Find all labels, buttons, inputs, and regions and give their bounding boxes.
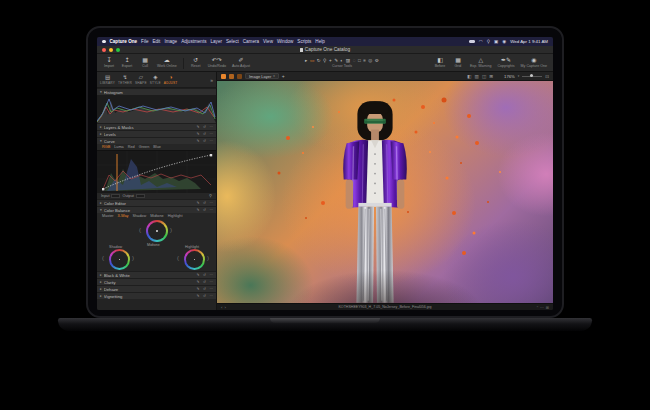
brush-icon[interactable]: ✎: [196, 294, 199, 298]
annotation-tool-icon[interactable]: ⚙: [375, 58, 379, 63]
layer-thumbnail-3[interactable]: [237, 74, 242, 79]
siri-icon[interactable]: ◉: [502, 37, 506, 46]
import-button[interactable]: ↧ Import: [103, 57, 115, 68]
wheel-arc-left[interactable]: (: [102, 255, 104, 261]
loupe-tool-icon[interactable]: ⚲: [323, 58, 326, 63]
menu-item-select[interactable]: Select: [226, 39, 239, 44]
layer-thumbnail-1[interactable]: [221, 74, 226, 79]
reset-section-icon[interactable]: ↺: [203, 287, 206, 291]
histogram-section-header[interactable]: ▾ Histogram: [97, 88, 216, 95]
spotlight-search-icon[interactable]: ⚲: [487, 37, 490, 46]
black-white-section-header[interactable]: ▸ Black & White ✎ ↺ ⋯: [97, 271, 216, 278]
zoom-slider-knob[interactable]: [530, 74, 533, 77]
menu-item-adjustments[interactable]: Adjustments: [181, 39, 206, 44]
tab-style[interactable]: ◈ STYLE: [150, 74, 161, 85]
multi-view-icon[interactable]: ▥: [475, 72, 479, 81]
wheel-arc-right[interactable]: ): [132, 255, 134, 261]
battery-icon[interactable]: [469, 40, 475, 43]
cull-button[interactable]: ▦ Cull: [139, 57, 151, 68]
reset-section-icon[interactable]: ↺: [203, 280, 206, 284]
brush-icon[interactable]: ✎: [196, 139, 199, 143]
layers-masks-section-header[interactable]: ▸ Layers & Masks ✎ ↺ ⋯: [97, 123, 216, 130]
balance-tab-master[interactable]: Master: [102, 214, 114, 218]
reset-section-icon[interactable]: ↺: [203, 294, 206, 298]
clone-tool-icon[interactable]: ▨: [346, 58, 350, 63]
brush-icon[interactable]: ✎: [196, 280, 199, 284]
auto-adjust-button[interactable]: ✐ Auto Adjust: [232, 57, 250, 68]
curve-tab-red[interactable]: Red: [128, 145, 135, 149]
curve-input-field[interactable]: [111, 194, 120, 198]
reset-section-icon[interactable]: ↺: [203, 208, 206, 212]
reset-section-icon[interactable]: ↺: [203, 273, 206, 277]
menu-item-view[interactable]: View: [263, 39, 273, 44]
tabs-overflow-chevron-icon[interactable]: »: [210, 77, 213, 83]
radial-gradient-tool-icon[interactable]: ◎: [368, 58, 372, 63]
wheel-arc-left[interactable]: (: [177, 255, 179, 261]
curve-picker-icon[interactable]: ⚲: [209, 193, 212, 198]
menu-item-camera[interactable]: Camera: [243, 39, 259, 44]
apple-logo-icon[interactable]: [102, 40, 106, 44]
brush-icon[interactable]: ✎: [196, 125, 199, 129]
shadow-color-wheel[interactable]: [109, 249, 130, 270]
section-menu-icon[interactable]: ⋯: [209, 125, 213, 129]
curve-output-field[interactable]: [136, 194, 145, 198]
tab-library[interactable]: ▤ LIBRARY: [100, 74, 115, 85]
menu-item-file[interactable]: File: [141, 39, 148, 44]
brush-icon[interactable]: ✎: [196, 273, 199, 277]
before-after-button[interactable]: ◧ Before: [434, 57, 446, 68]
section-menu-icon[interactable]: ⋯: [209, 139, 213, 143]
brush-icon[interactable]: ✎: [196, 287, 199, 291]
color-editor-section-header[interactable]: ▸ Color Editor ✎ ↺ ⋯: [97, 199, 216, 206]
rotate-tool-icon[interactable]: ↻: [317, 58, 321, 63]
section-menu-icon[interactable]: ⋯: [209, 273, 213, 277]
menu-app-name[interactable]: Capture One: [110, 39, 138, 44]
menu-item-layer[interactable]: Layer: [210, 39, 222, 44]
section-menu-icon[interactable]: ⋯: [209, 287, 213, 291]
curve-tab-blue[interactable]: Blue: [153, 145, 161, 149]
draw-mask-tool-icon[interactable]: ◌: [353, 58, 356, 63]
section-menu-icon[interactable]: ⋯: [209, 132, 213, 136]
section-menu-icon[interactable]: ⋯: [209, 208, 213, 212]
balance-tab-highlight[interactable]: Highlight: [168, 214, 183, 218]
erase-mask-tool-icon[interactable]: □: [358, 58, 361, 63]
curve-graph[interactable]: [97, 150, 216, 192]
section-menu-icon[interactable]: ⋯: [209, 294, 213, 298]
reset-section-icon[interactable]: ↺: [203, 139, 206, 143]
wheel-arc-right[interactable]: ): [207, 255, 209, 261]
work-online-button[interactable]: ☁ Work Online: [157, 57, 177, 68]
section-menu-icon[interactable]: ⋯: [209, 201, 213, 205]
balance-tab-shadow[interactable]: Shadow: [132, 214, 146, 218]
tab-adjust[interactable]: ◑ ADJUST: [164, 74, 178, 85]
zoom-slider[interactable]: [522, 76, 542, 77]
levels-section-header[interactable]: ▸ Levels ✎ ↺ ⋯: [97, 130, 216, 137]
wheel-arc-right[interactable]: ): [170, 227, 172, 233]
reset-section-icon[interactable]: ↺: [203, 125, 206, 129]
midtone-color-wheel[interactable]: [146, 220, 168, 242]
reset-section-icon[interactable]: ↺: [203, 132, 206, 136]
curve-tab-luma[interactable]: Luma: [114, 145, 124, 149]
menu-item-scripts[interactable]: Scripts: [297, 39, 311, 44]
clarity-section-header[interactable]: ▸ Clarity ✎ ↺ ⋯: [97, 278, 216, 285]
select-tool-icon[interactable]: ▸: [305, 58, 307, 63]
grid-button[interactable]: ▦ Grid: [452, 57, 464, 68]
export-button[interactable]: ↥ Export: [121, 57, 133, 68]
section-menu-icon[interactable]: ⋯: [209, 280, 213, 284]
menu-item-image[interactable]: Image: [164, 39, 177, 44]
crop-tool-icon[interactable]: ▭: [310, 58, 314, 63]
linear-gradient-tool-icon[interactable]: ≡: [363, 58, 366, 63]
control-center-icon[interactable]: ▣: [494, 37, 498, 46]
undo-redo-button[interactable]: ↶↷ Undo/Redo: [208, 57, 226, 68]
heal-tool-icon[interactable]: ◐: [341, 58, 344, 63]
curve-tab-green[interactable]: Green: [139, 145, 150, 149]
vignetting-section-header[interactable]: ▸ Vignetting ✎ ↺ ⋯: [97, 292, 216, 299]
brush-icon[interactable]: ✎: [196, 132, 199, 136]
menu-item-help[interactable]: Help: [315, 39, 324, 44]
single-view-icon[interactable]: ◧: [467, 72, 471, 81]
menu-item-window[interactable]: Window: [277, 39, 293, 44]
fit-screen-icon[interactable]: ⊡: [545, 74, 549, 79]
add-layer-button[interactable]: +: [282, 73, 285, 79]
tab-shape[interactable]: ▱ SHAPE: [135, 74, 147, 85]
color-balance-section-header[interactable]: ▾ Color Balance ✎ ↺ ⋯: [97, 206, 216, 213]
layer-selector-dropdown[interactable]: Image Layer ▾: [245, 73, 279, 79]
curve-tab-rgb[interactable]: RGB: [102, 145, 110, 149]
